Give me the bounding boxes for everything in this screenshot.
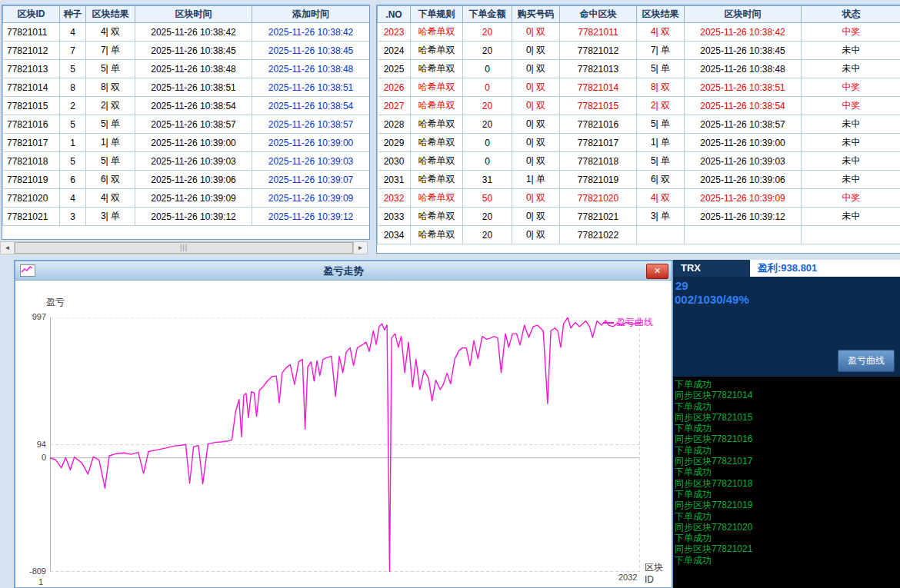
close-icon[interactable]: ✕: [646, 264, 668, 279]
order-cell: 4| 双: [637, 23, 685, 42]
blocks-column-header[interactable]: 区块时间: [135, 6, 252, 23]
order-cell: 2025-11-26 10:39:09: [685, 189, 802, 208]
block-cell: 5| 单: [86, 115, 135, 134]
block-cell: 2025-11-26 10:38:42: [135, 23, 252, 42]
block-cell: 2| 双: [86, 97, 135, 115]
log-line: 下单成功: [675, 467, 900, 477]
order-cell: 77821011: [560, 23, 637, 42]
order-cell: 哈希单双: [411, 115, 463, 134]
block-cell: 3: [60, 208, 86, 226]
legend-label: 盈亏曲线: [616, 316, 653, 329]
order-row[interactable]: 2026哈希单双00| 双778210148| 双2025-11-26 10:3…: [378, 78, 900, 97]
thumb-grip-icon: |||: [180, 244, 188, 251]
order-cell: 5| 单: [637, 152, 685, 171]
scroll-right-arrow-icon[interactable]: ►: [353, 242, 367, 254]
order-row[interactable]: 2031哈希单双311| 单778210196| 双2025-11-26 10:…: [378, 171, 900, 189]
order-row[interactable]: 2032哈希单双500| 双778210204| 双2025-11-26 10:…: [378, 189, 900, 208]
block-row[interactable]: 7782101355| 单2025-11-26 10:38:482025-11-…: [3, 60, 370, 78]
blocks-column-header[interactable]: 区块结果: [86, 6, 135, 23]
block-cell: 2025-11-26 10:39:12: [252, 208, 370, 226]
block-row[interactable]: 7782102044| 双2025-11-26 10:39:092025-11-…: [3, 189, 370, 208]
block-cell: 77821013: [3, 60, 60, 78]
block-row[interactable]: 7782101855| 单2025-11-26 10:39:032025-11-…: [3, 152, 370, 171]
profit-curve-button[interactable]: 盈亏曲线: [838, 350, 895, 372]
block-row[interactable]: 7782101277| 单2025-11-26 10:38:452025-11-…: [3, 42, 370, 60]
block-row[interactable]: 7782101711| 单2025-11-26 10:39:002025-11-…: [3, 134, 370, 152]
block-cell: 2025-11-26 10:39:03: [135, 152, 252, 171]
log-line: 同步区块77821015: [675, 412, 900, 423]
order-cell: 0| 双: [512, 60, 560, 78]
log-line: 下单成功: [675, 489, 900, 500]
orders-column-header[interactable]: 命中区块: [560, 6, 637, 23]
order-cell: 20: [463, 208, 512, 226]
order-cell: 0| 双: [512, 226, 560, 244]
blocks-table-header-row: 区块ID种子区块结果区块时间添加时间: [3, 6, 370, 23]
block-cell: 4: [60, 23, 86, 42]
block-cell: 2025-11-26 10:38:51: [252, 78, 370, 97]
block-cell: 2025-11-26 10:39:00: [135, 134, 252, 152]
orders-table: .NO下单规则下单金额购买号码命中区块区块结果区块时间状态 2023哈希单双20…: [376, 5, 900, 254]
y-tick-label: 997: [15, 312, 46, 321]
blocks-column-header[interactable]: 添加时间: [252, 6, 370, 23]
block-row[interactable]: 7782101488| 双2025-11-26 10:38:512025-11-…: [3, 78, 370, 97]
orders-column-header[interactable]: 下单金额: [463, 6, 512, 23]
block-row[interactable]: 7782102133| 单2025-11-26 10:39:122025-11-…: [3, 208, 370, 226]
order-row[interactable]: 2030哈希单双00| 双778210185| 单2025-11-26 10:3…: [378, 152, 900, 171]
order-cell: 中奖: [802, 78, 900, 97]
status-panel: TRX 盈利:938.801 29 002/1030/49% 盈亏曲线 下单成功…: [673, 260, 900, 588]
order-row[interactable]: 2025哈希单双00| 双778210135| 单2025-11-26 10:3…: [378, 60, 900, 78]
order-cell: 5| 单: [637, 115, 685, 134]
order-row[interactable]: 2033哈希单双200| 双778210213| 单2025-11-26 10:…: [378, 208, 900, 226]
order-cell: 0| 双: [512, 42, 560, 60]
chart-window-title: 盈亏走势: [15, 264, 672, 278]
chart-legend: 盈亏曲线: [603, 316, 653, 329]
blocks-column-header[interactable]: 种子: [60, 6, 86, 23]
order-cell: [685, 226, 802, 244]
block-cell: 2025-11-26 10:39:03: [252, 152, 370, 171]
order-cell: 77821012: [560, 42, 637, 60]
order-cell: 哈希单双: [411, 78, 463, 97]
log-line: 下单成功: [675, 445, 900, 456]
log-line: 同步区块77821019: [675, 500, 900, 510]
order-cell: 中奖: [802, 23, 900, 42]
chart-window-titlebar[interactable]: 盈亏走势 ✕: [15, 261, 672, 281]
block-row[interactable]: 7782101522| 双2025-11-26 10:38:542025-11-…: [3, 97, 370, 115]
block-row[interactable]: 7782101144| 双2025-11-26 10:38:422025-11-…: [3, 23, 370, 42]
order-cell: 2025-11-26 10:39:06: [685, 171, 802, 189]
block-cell: 1: [60, 134, 86, 152]
order-cell: 20: [463, 97, 512, 115]
block-cell: 4| 双: [86, 189, 135, 208]
log-line: 下单成功: [675, 555, 900, 566]
scroll-left-arrow-icon[interactable]: ◄: [1, 242, 15, 254]
block-cell: 2025-11-26 10:39:06: [135, 171, 252, 189]
orders-column-header[interactable]: 区块结果: [637, 6, 685, 23]
order-cell: 1| 单: [637, 134, 685, 152]
blocks-table-body: 7782101144| 双2025-11-26 10:38:422025-11-…: [3, 23, 370, 226]
order-cell: 2025-11-26 10:39:00: [685, 134, 802, 152]
scrollbar-thumb[interactable]: |||: [15, 242, 353, 254]
order-cell: 0| 双: [512, 134, 560, 152]
order-cell: 2025-11-26 10:39:03: [685, 152, 802, 171]
orders-column-header[interactable]: 下单规则: [411, 6, 463, 23]
order-cell: 77821014: [560, 78, 637, 97]
order-row[interactable]: 2028哈希单双200| 双778210165| 单2025-11-26 10:…: [378, 115, 900, 134]
order-row[interactable]: 2024哈希单双200| 双778210127| 单2025-11-26 10:…: [378, 42, 900, 60]
order-row[interactable]: 2027哈希单双200| 双778210152| 双2025-11-26 10:…: [378, 97, 900, 115]
orders-column-header[interactable]: .NO: [378, 6, 411, 23]
block-row[interactable]: 7782101655| 单2025-11-26 10:38:572025-11-…: [3, 115, 370, 134]
order-cell: 4| 双: [637, 189, 685, 208]
block-row[interactable]: 7782101966| 双2025-11-26 10:39:062025-11-…: [3, 171, 370, 189]
order-cell: 20: [463, 42, 512, 60]
order-row[interactable]: 2023哈希单双200| 双778210114| 双2025-11-26 10:…: [378, 23, 900, 42]
orders-column-header[interactable]: 购买号码: [512, 6, 560, 23]
order-row[interactable]: 2034哈希单双200| 双77821022: [378, 226, 900, 244]
orders-column-header[interactable]: 区块时间: [685, 6, 802, 23]
order-row[interactable]: 2029哈希单双00| 双778210171| 单2025-11-26 10:3…: [378, 134, 900, 152]
blocks-column-header[interactable]: 区块ID: [3, 6, 60, 23]
y-tick-label: 0: [15, 453, 46, 462]
block-cell: 77821019: [3, 171, 60, 189]
x-axis-title: 区块ID: [645, 561, 672, 585]
orders-column-header[interactable]: 状态: [802, 6, 900, 23]
screen: 区块ID种子区块结果区块时间添加时间 7782101144| 双2025-11-…: [0, 0, 900, 588]
horizontal-scrollbar[interactable]: ◄ ||| ►: [0, 241, 368, 254]
